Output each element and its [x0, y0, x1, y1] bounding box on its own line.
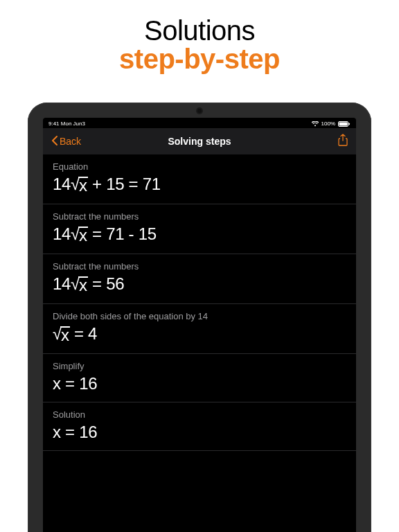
step-label: Subtract the numbers: [53, 261, 346, 272]
step-label: Subtract the numbers: [53, 211, 346, 222]
sqrt-icon: √x: [71, 276, 88, 295]
step-equation: x = 16: [53, 374, 346, 393]
steps-list[interactable]: Equation14√x + 15 = 71Subtract the numbe…: [43, 154, 356, 532]
eq-suffix: + 15 = 71: [88, 175, 161, 193]
eq-suffix: = 56: [88, 274, 125, 293]
status-right: 100%: [312, 121, 351, 127]
back-label: Back: [60, 136, 81, 147]
device-frame: 9:41 Mon Jun3 100% Back Solving steps: [28, 103, 371, 532]
step-label: Solution: [53, 409, 346, 420]
step-equation: 14√x = 71 - 15: [53, 224, 346, 245]
navigation-bar: Back Solving steps: [43, 128, 356, 154]
step-equation: √x = 4: [53, 324, 346, 345]
share-icon: [338, 134, 348, 149]
sqrt-arg: x: [60, 326, 70, 345]
svg-rect-1: [339, 122, 348, 125]
sqrt-arg: x: [78, 226, 88, 245]
sqrt-arg: x: [78, 176, 88, 195]
wifi-icon: [312, 121, 319, 127]
eq-prefix: 14: [53, 224, 71, 243]
page-title: Solving steps: [168, 136, 231, 147]
step-row: Simplifyx = 16: [43, 354, 356, 402]
step-label: Divide both sides of the equation by 14: [53, 311, 346, 321]
svg-rect-2: [349, 123, 351, 125]
step-row: Divide both sides of the equation by 14√…: [43, 304, 356, 354]
step-equation: x = 16: [53, 423, 346, 442]
eq-prefix: 14: [53, 175, 71, 193]
step-equation: 14√x = 56: [53, 274, 346, 295]
step-equation: 14√x + 15 = 71: [53, 175, 346, 195]
share-button[interactable]: [338, 134, 348, 149]
sqrt-icon: √x: [71, 176, 88, 195]
step-row: Subtract the numbers14√x = 71 - 15: [43, 204, 356, 254]
sqrt-icon: √x: [53, 326, 70, 345]
promo-heading: Solutions step-by-step: [0, 0, 399, 80]
step-row: Subtract the numbers14√x = 56: [43, 254, 356, 304]
battery-icon: [338, 121, 351, 127]
eq-prefix: 14: [53, 274, 71, 293]
eq-suffix: = 4: [70, 324, 98, 343]
status-bar: 9:41 Mon Jun3 100%: [43, 118, 356, 128]
back-button[interactable]: Back: [51, 136, 81, 148]
step-row: Solutionx = 16: [43, 402, 356, 451]
step-label: Equation: [53, 161, 346, 172]
step-row: Equation14√x + 15 = 71: [43, 154, 356, 204]
camera-dot: [197, 109, 202, 113]
screen: 9:41 Mon Jun3 100% Back Solving steps: [43, 118, 356, 532]
step-label: Simplify: [53, 361, 346, 371]
promo-line1: Solutions: [0, 15, 399, 46]
status-time: 9:41 Mon Jun3: [48, 121, 85, 127]
eq-suffix: = 71 - 15: [88, 224, 157, 243]
promo-line2: step-by-step: [0, 44, 399, 75]
status-signal: 100%: [321, 121, 335, 127]
sqrt-icon: √x: [71, 226, 88, 245]
chevron-left-icon: [51, 136, 58, 148]
sqrt-arg: x: [78, 276, 88, 295]
